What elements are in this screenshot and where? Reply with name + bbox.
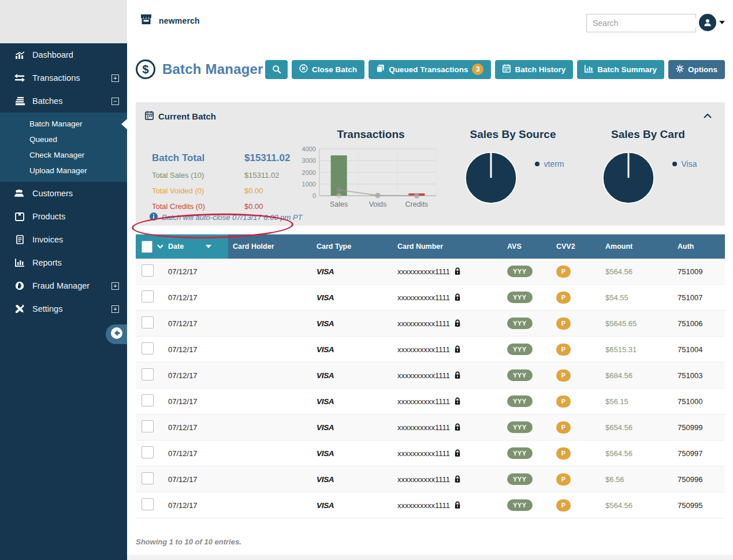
cell-card-number: xxxxxxxxxx1111 — [393, 293, 503, 302]
cell-avs: YYY — [503, 473, 552, 485]
table-row[interactable]: 07/12/17VISAxxxxxxxxxx1111YYYP$564.56750… — [136, 440, 725, 466]
cvv2-badge: P — [556, 447, 571, 460]
table-row[interactable]: 07/12/17VISAxxxxxxxxxx1111YYYP$564.56751… — [136, 259, 725, 285]
cell-card-type: VISA — [312, 397, 393, 406]
expand-plus-icon[interactable]: + — [111, 305, 119, 313]
column-header-card-type[interactable]: Card Type — [312, 242, 393, 251]
select-all-checkbox[interactable] — [142, 241, 152, 253]
column-header-card-number[interactable]: Card Number — [393, 242, 503, 251]
sidebar-item-label: Products — [32, 212, 119, 221]
column-header-avs[interactable]: AVS — [503, 242, 552, 251]
sidebar-collapse-button[interactable] — [106, 324, 127, 344]
cell-card-type: VISA — [312, 293, 393, 302]
row-checkbox[interactable] — [142, 498, 154, 510]
collapse-minus-icon[interactable]: − — [111, 98, 119, 105]
search-button[interactable] — [265, 60, 288, 79]
user-menu[interactable] — [699, 14, 725, 31]
close-batch-button[interactable]: Close Batch — [292, 60, 364, 79]
sidebar-item-invoices[interactable]: Invoices — [0, 228, 127, 251]
cell-card-number: xxxxxxxxxx1111 — [393, 345, 503, 354]
table-row[interactable]: 07/12/17VISAxxxxxxxxxx1111YYYP$684.56751… — [136, 363, 725, 389]
row-checkbox[interactable] — [142, 342, 154, 354]
row-checkbox[interactable] — [142, 446, 154, 458]
row-checkbox[interactable] — [142, 472, 154, 484]
pie-legend: Visa — [672, 159, 697, 169]
cell-auth: 750995 — [673, 501, 725, 510]
avs-badge: YYY — [507, 499, 533, 511]
table-body: 07/12/17VISAxxxxxxxxxx1111YYYP$564.56751… — [136, 259, 725, 518]
row-checkbox[interactable] — [142, 264, 154, 277]
batches-icon — [14, 96, 25, 106]
calendar-icon — [503, 64, 511, 74]
avs-badge: YYY — [507, 473, 533, 485]
table-row[interactable]: 07/12/17VISAxxxxxxxxxx1111YYYP$654.56750… — [136, 415, 725, 440]
row-checkbox[interactable] — [142, 316, 154, 328]
cell-date: 07/12/17 — [163, 371, 228, 380]
queued-transactions-label: Queued Transactions — [389, 65, 468, 74]
expand-plus-icon[interactable]: + — [111, 282, 119, 290]
options-button[interactable]: Options — [668, 60, 725, 79]
sidebar-item-products[interactable]: Products — [0, 205, 127, 228]
column-header-date[interactable]: Date — [163, 234, 228, 259]
cell-auth: 751003 — [673, 371, 725, 380]
chevron-down-icon[interactable] — [157, 244, 163, 249]
sort-desc-icon[interactable] — [206, 245, 211, 248]
svg-text:3000: 3000 — [302, 157, 316, 164]
cell-card-number: xxxxxxxxxx1111 — [393, 423, 503, 432]
chevron-up-icon[interactable] — [703, 113, 712, 119]
column-header-card-holder[interactable]: Card Holder — [228, 242, 312, 251]
column-header-auth[interactable]: Auth — [673, 242, 725, 251]
row-checkbox[interactable] — [142, 290, 154, 303]
column-header-cvv2[interactable]: CVV2 — [552, 242, 601, 251]
sidebar-item-fraud-manager[interactable]: Fraud Manager + — [0, 274, 127, 297]
table-row[interactable]: 07/12/17VISAxxxxxxxxxx1111YYYP$5645.6575… — [136, 311, 725, 337]
lock-icon — [454, 449, 461, 457]
table-row[interactable]: 07/12/17VISAxxxxxxxxxx1111YYYP$6.5675099… — [136, 466, 725, 492]
sidebar: Dashboard Transactions + Batches − Batch… — [0, 43, 127, 560]
sidebar-item-batches[interactable]: Batches − — [0, 89, 127, 113]
sidebar-item-label: Batches — [32, 96, 111, 106]
sidebar-item-batch-manager[interactable]: Batch Manager — [0, 116, 127, 132]
cell-avs: YYY — [503, 447, 552, 459]
cvv2-badge: P — [556, 266, 571, 278]
sidebar-item-settings[interactable]: Settings + — [0, 297, 127, 320]
sidebar-item-upload-manager[interactable]: Upload Manager — [0, 163, 127, 178]
table-row[interactable]: 07/12/17VISAxxxxxxxxxx1111YYYP$54.557510… — [136, 285, 725, 311]
cell-date: 07/12/17 — [163, 267, 228, 276]
cell-amount: $5645.65 — [601, 319, 673, 328]
table-row[interactable]: 07/12/17VISAxxxxxxxxxx1111YYYP$56.157510… — [136, 389, 725, 415]
cell-cvv2: P — [552, 421, 601, 434]
cell-auth: 750999 — [673, 423, 725, 432]
chevron-down-icon[interactable] — [719, 21, 725, 24]
table-row[interactable]: 07/12/17VISAxxxxxxxxxx1111YYYP$564.56750… — [136, 492, 725, 518]
cell-amount: $6.56 — [601, 475, 673, 484]
fraud-hand-icon — [14, 281, 25, 290]
sidebar-item-label: Fraud Manager — [32, 281, 111, 290]
batch-summary-button[interactable]: Batch Summary — [577, 60, 664, 79]
avatar[interactable] — [699, 14, 716, 31]
table-row[interactable]: 07/12/17VISAxxxxxxxxxx1111YYYP$6515.3175… — [136, 337, 725, 363]
cell-date: 07/12/17 — [163, 501, 228, 510]
panel-title-text: Current Batch — [158, 111, 216, 121]
cell-cvv2: P — [552, 473, 601, 486]
sidebar-item-transactions[interactable]: Transactions + — [0, 66, 127, 89]
sidebar-item-check-manager[interactable]: Check Manager — [0, 147, 127, 163]
batch-total-value: $15311.02 — [244, 152, 290, 164]
row-checkbox[interactable] — [142, 368, 154, 380]
cell-date: 07/12/17 — [163, 423, 228, 432]
header-select-cell — [136, 234, 163, 259]
brand-logo[interactable]: newmerch — [139, 13, 200, 29]
page-title-text: Batch Manager — [162, 61, 263, 77]
batch-history-button[interactable]: Batch History — [495, 60, 573, 79]
sidebar-item-dashboard[interactable]: Dashboard — [0, 43, 127, 66]
search-input[interactable] — [587, 18, 701, 28]
sidebar-item-customers[interactable]: Customers — [0, 182, 127, 205]
expand-plus-icon[interactable]: + — [111, 74, 119, 82]
avs-badge: YYY — [507, 266, 533, 277]
column-header-amount[interactable]: Amount — [601, 242, 673, 251]
row-checkbox[interactable] — [142, 420, 154, 432]
queued-transactions-button[interactable]: Queued Transactions 3 — [369, 60, 491, 79]
sidebar-item-queued[interactable]: Queued — [0, 132, 127, 147]
sidebar-item-reports[interactable]: Reports — [0, 251, 127, 274]
row-checkbox[interactable] — [142, 394, 154, 406]
